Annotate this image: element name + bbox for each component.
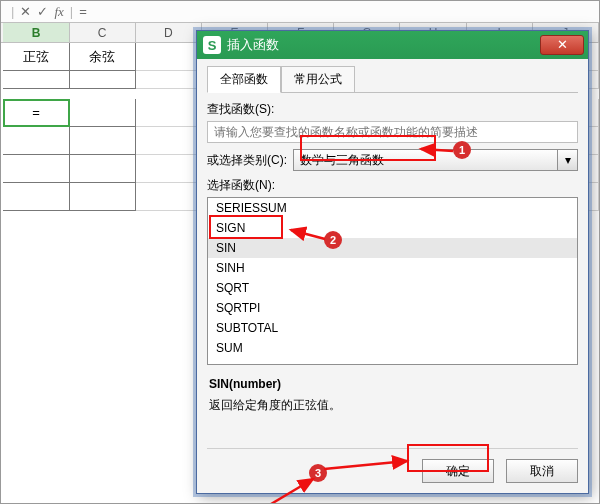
col-header-b[interactable]: B (3, 23, 69, 42)
tab-common-formulas[interactable]: 常用公式 (281, 66, 355, 93)
category-label: 或选择类别(C): (207, 152, 287, 169)
fx-icon[interactable]: fx (54, 4, 63, 20)
list-item[interactable]: SUM (208, 338, 577, 358)
tab-all-functions[interactable]: 全部函数 (207, 66, 281, 93)
dialog-titlebar[interactable]: S 插入函数 ✕ (197, 31, 588, 59)
col-header-c[interactable]: C (70, 23, 136, 42)
close-button[interactable]: ✕ (540, 35, 584, 55)
col-header-d[interactable]: D (136, 23, 202, 42)
divider-icon: | (11, 4, 14, 19)
cell[interactable] (70, 99, 136, 127)
list-item-sin[interactable]: SIN (208, 238, 577, 258)
list-item[interactable]: SUBTOTAL (208, 318, 577, 338)
formula-input[interactable]: = (79, 4, 87, 19)
list-item[interactable]: SQRTPI (208, 298, 577, 318)
category-combo[interactable]: 数学与三角函数 ▾ (293, 149, 578, 171)
category-value: 数学与三角函数 (300, 152, 384, 169)
cancel-formula-icon[interactable]: ✕ (20, 4, 31, 19)
divider-icon: | (70, 4, 73, 19)
function-list[interactable]: SERIESSUM SIGN SIN SINH SQRT SQRTPI SUBT… (207, 197, 578, 365)
list-item[interactable]: SIGN (208, 218, 577, 238)
cell[interactable] (3, 71, 69, 89)
function-signature: SIN(number) (209, 377, 576, 391)
app-icon: S (203, 36, 221, 54)
accept-formula-icon[interactable]: ✓ (37, 4, 48, 19)
cell-b3-active[interactable]: = (3, 99, 69, 127)
search-input[interactable] (207, 121, 578, 143)
select-function-label: 选择函数(N): (207, 177, 578, 194)
cell-b1[interactable]: 正弦 (3, 43, 69, 71)
cell[interactable] (136, 43, 202, 71)
dialog-title: 插入函数 (227, 36, 540, 54)
cell-c1[interactable]: 余弦 (70, 43, 136, 71)
chevron-down-icon[interactable]: ▾ (557, 150, 577, 170)
ok-button[interactable]: 确定 (422, 459, 494, 483)
cancel-button[interactable]: 取消 (506, 459, 578, 483)
formula-bar: | ✕ ✓ fx | = (1, 1, 599, 23)
list-item[interactable]: SERIESSUM (208, 198, 577, 218)
cell[interactable] (70, 71, 136, 89)
search-label: 查找函数(S): (207, 101, 578, 118)
insert-function-dialog: S 插入函数 ✕ 全部函数 常用公式 查找函数(S): 或选择类别(C): 数学… (196, 30, 589, 494)
list-item[interactable]: SQRT (208, 278, 577, 298)
list-item[interactable]: SINH (208, 258, 577, 278)
dialog-tabs: 全部函数 常用公式 (207, 65, 578, 92)
function-description: 返回给定角度的正弦值。 (209, 397, 576, 414)
